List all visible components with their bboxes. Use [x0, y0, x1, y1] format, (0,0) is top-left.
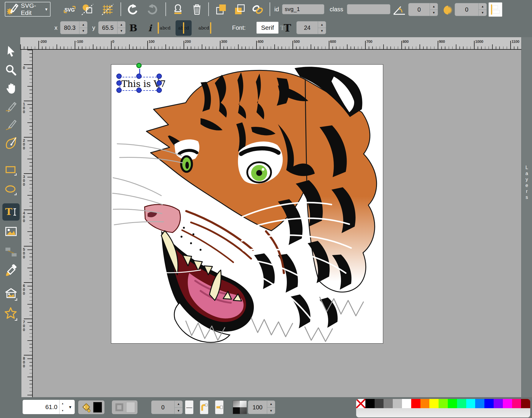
id-input[interactable] — [282, 4, 324, 14]
spinner-arrows[interactable]: ▲▼ — [174, 401, 182, 414]
resize-handle-s[interactable] — [136, 88, 142, 93]
palette-swatch[interactable] — [375, 399, 384, 408]
angle-input[interactable] — [409, 3, 430, 16]
blur-spinner[interactable]: ▲▼ — [455, 3, 487, 16]
resize-handle-w[interactable] — [116, 80, 122, 86]
text-anchor-end-button[interactable]: abcd — [197, 21, 211, 35]
opacity-spinner[interactable]: ▲▼ — [248, 400, 275, 414]
palette-swatch[interactable] — [429, 399, 439, 408]
tool-line[interactable] — [4, 118, 18, 132]
font-size-input[interactable] — [297, 21, 318, 34]
palette-swatch[interactable] — [448, 399, 457, 408]
resize-handle-sw[interactable] — [116, 88, 122, 93]
source-editor-button[interactable]: SVG — [63, 4, 76, 15]
resize-handle-se[interactable] — [157, 88, 162, 93]
stroke-width-input[interactable] — [151, 401, 174, 414]
tool-zoom[interactable] — [4, 63, 18, 77]
palette-swatch[interactable] — [503, 399, 512, 408]
palette-swatch[interactable] — [484, 399, 494, 408]
spinner-arrows[interactable]: ▲▼ — [318, 21, 326, 34]
tool-pan[interactable] — [4, 81, 18, 95]
zoom-control[interactable]: ▲▼ ▼ — [23, 400, 75, 414]
spinner-arrows[interactable]: ▲▼ — [267, 401, 275, 414]
stroke-dash-button[interactable]: — — [185, 400, 193, 414]
palette-swatch[interactable] — [512, 399, 521, 408]
delete-button[interactable] — [190, 4, 204, 15]
editor-preferences-button[interactable] — [101, 4, 114, 15]
italic-button[interactable]: i — [145, 23, 155, 33]
font-family-button[interactable]: Serif — [256, 22, 278, 34]
resize-handle-ne[interactable] — [157, 74, 162, 79]
rotate-handle[interactable] — [136, 63, 142, 68]
divider — [208, 2, 209, 16]
text-anchor-middle-button[interactable]: abcd — [176, 20, 192, 36]
font-size-spinner[interactable]: ▲▼ — [296, 21, 326, 34]
resize-handle-e[interactable] — [157, 80, 162, 86]
palette-swatch[interactable] — [494, 399, 503, 408]
zoom-dropdown-arrow[interactable]: ▼ — [66, 400, 75, 414]
palette-swatch[interactable] — [393, 399, 402, 408]
svg-text:T: T — [5, 206, 12, 217]
opacity-input[interactable] — [248, 401, 267, 414]
tool-text[interactable]: T — [2, 203, 20, 221]
undo-button[interactable] — [126, 4, 139, 15]
tool-image[interactable] — [4, 225, 18, 238]
tool-shape-library[interactable] — [4, 287, 18, 301]
y-input[interactable] — [98, 21, 117, 34]
tool-ellipse[interactable] — [4, 183, 18, 197]
angle-spinner[interactable]: ▲▼ — [408, 3, 438, 16]
palette-swatch[interactable] — [439, 399, 448, 408]
palette-swatch[interactable] — [402, 399, 411, 408]
x-input[interactable] — [60, 21, 79, 34]
palette-swatch[interactable] — [475, 399, 484, 408]
tool-pencil[interactable] — [4, 100, 18, 114]
tool-rectangle[interactable] — [4, 163, 18, 177]
fill-color-control[interactable] — [78, 400, 104, 414]
spinner-arrows[interactable]: ▲▼ — [79, 21, 87, 34]
spinner-arrows[interactable]: ▲▼ — [430, 3, 438, 16]
tools-panel: T — [0, 37, 21, 397]
blur-input[interactable] — [455, 3, 478, 16]
tool-path[interactable] — [4, 136, 18, 150]
y-spinner[interactable]: ▲▼ — [98, 21, 126, 34]
palette-swatch[interactable] — [365, 399, 375, 408]
main-menu-button[interactable]: SVG-Edit ▼ — [5, 2, 51, 17]
tool-eyedropper[interactable] — [4, 264, 18, 278]
move-to-top-button[interactable] — [215, 4, 228, 15]
palette-swatch[interactable] — [420, 399, 430, 408]
stroke-color-swatch[interactable] — [126, 402, 135, 413]
class-input[interactable] — [347, 4, 390, 14]
resize-handle-nw[interactable] — [116, 74, 122, 79]
spinner-arrows[interactable]: ▲▼ — [478, 3, 486, 16]
hyperlink-button[interactable] — [251, 4, 264, 15]
fill-color-swatch[interactable] — [93, 402, 102, 413]
linecap-button[interactable] — [215, 400, 223, 414]
align-position-button[interactable] — [489, 2, 502, 17]
spinner-arrows[interactable]: ▲▼ — [117, 21, 125, 34]
tool-star[interactable] — [4, 307, 18, 321]
linejoin-button[interactable] — [200, 400, 208, 414]
move-to-bottom-button[interactable] — [233, 4, 246, 15]
palette-swatch-none[interactable] — [356, 399, 365, 408]
ruler-tick — [24, 210, 32, 210]
zoom-spinner-arrows[interactable]: ▲▼ — [59, 400, 66, 414]
document-properties-button[interactable] — [81, 4, 94, 15]
stroke-color-control[interactable] — [112, 400, 137, 414]
clone-button[interactable] — [171, 4, 184, 15]
x-spinner[interactable]: ▲▼ — [60, 21, 87, 34]
tool-select[interactable] — [4, 44, 18, 58]
palette-swatch[interactable] — [521, 399, 530, 408]
layers-panel-toggle[interactable]: Layers — [521, 37, 532, 397]
svg-canvas[interactable] — [111, 64, 383, 344]
redo-button[interactable] — [146, 4, 159, 15]
palette-swatch[interactable] — [411, 399, 420, 408]
palette-swatch[interactable] — [466, 399, 475, 408]
resize-handle-n[interactable] — [136, 74, 142, 79]
palette-swatch[interactable] — [384, 399, 393, 408]
text-anchor-start-button[interactable]: abcd — [158, 21, 172, 35]
stroke-width-spinner[interactable]: ▲▼ — [151, 400, 183, 414]
zoom-input[interactable] — [23, 400, 59, 414]
bold-button[interactable]: B — [128, 23, 139, 33]
palette-swatch[interactable] — [457, 399, 466, 408]
tool-connector[interactable] — [4, 245, 18, 259]
